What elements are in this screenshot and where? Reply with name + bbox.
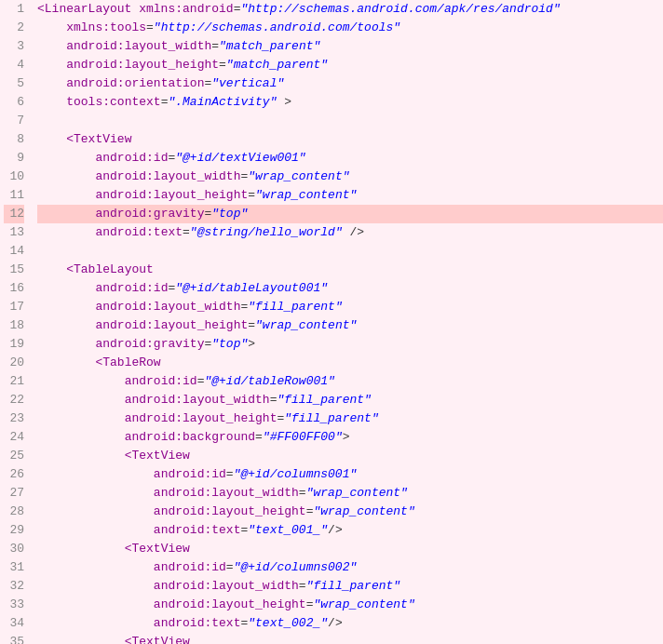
code-line-25: <TextView: [37, 447, 663, 465]
code-line-24: android:background="#FF00FF00">: [37, 428, 663, 447]
code-line-5: android:orientation="vertical": [37, 74, 663, 93]
line-number-30: 30: [4, 540, 24, 558]
code-line-20: <TableRow: [37, 354, 663, 372]
line-number-33: 33: [4, 596, 24, 614]
code-line-33: android:layout_height="wrap_content": [37, 596, 663, 614]
code-line-11: android:layout_height="wrap_content": [37, 186, 663, 205]
line-number-27: 27: [4, 484, 24, 503]
code-line-30: <TextView: [37, 540, 663, 558]
code-line-9: android:id="@+id/textView001": [37, 149, 663, 168]
editor-container: 1234567891011121314151617181920212223242…: [0, 0, 663, 644]
line-number-2: 2: [4, 19, 24, 37]
code-line-16: android:id="@+id/tableLayout001": [37, 279, 663, 298]
line-number-11: 11: [4, 186, 24, 205]
line-number-22: 22: [4, 391, 24, 409]
code-line-19: android:gravity="top">: [37, 335, 663, 354]
line-number-35: 35: [4, 633, 24, 644]
code-line-28: android:layout_height="wrap_content": [37, 503, 663, 521]
line-number-34: 34: [4, 614, 24, 633]
line-number-24: 24: [4, 428, 24, 447]
code-line-17: android:layout_width="fill_parent": [37, 298, 663, 316]
line-number-20: 20: [4, 354, 24, 372]
code-line-34: android:text="text_002_"/>: [37, 614, 663, 633]
line-number-17: 17: [4, 298, 24, 316]
line-number-13: 13: [4, 223, 24, 242]
line-number-7: 7: [4, 112, 24, 130]
code-line-29: android:text="text_001_"/>: [37, 521, 663, 540]
code-line-26: android:id="@+id/columns001": [37, 465, 663, 484]
code-line-35: <TextView: [37, 633, 663, 644]
line-number-26: 26: [4, 465, 24, 484]
code-line-31: android:id="@+id/columns002": [37, 558, 663, 577]
code-line-14: [37, 242, 663, 261]
line-number-29: 29: [4, 521, 24, 540]
code-line-12: android:gravity="top": [37, 205, 663, 223]
code-line-4: android:layout_height="match_parent": [37, 56, 663, 74]
code-line-2: xmlns:tools="http://schemas.android.com/…: [37, 19, 663, 37]
code-line-23: android:layout_height="fill_parent": [37, 409, 663, 428]
code-line-27: android:layout_width="wrap_content": [37, 484, 663, 503]
line-number-25: 25: [4, 447, 24, 465]
line-number-12: 12: [4, 205, 24, 223]
line-number-8: 8: [4, 130, 24, 149]
code-line-1: <LinearLayout xmlns:android="http://sche…: [37, 0, 663, 19]
code-line-15: <TableLayout: [37, 261, 663, 279]
line-number-10: 10: [4, 168, 24, 186]
line-number-32: 32: [4, 577, 24, 596]
code-line-3: android:layout_width="match_parent": [37, 37, 663, 56]
code-line-22: android:layout_width="fill_parent": [37, 391, 663, 409]
line-number-23: 23: [4, 409, 24, 428]
line-number-9: 9: [4, 149, 24, 168]
code-line-13: android:text="@string/hello_world" />: [37, 223, 663, 242]
code-line-6: tools:context=".MainActivity" >: [37, 93, 663, 112]
code-line-32: android:layout_width="fill_parent": [37, 577, 663, 596]
line-number-4: 4: [4, 56, 24, 74]
line-number-6: 6: [4, 93, 24, 112]
code-line-21: android:id="@+id/tableRow001": [37, 372, 663, 391]
line-number-28: 28: [4, 503, 24, 521]
code-line-18: android:layout_height="wrap_content": [37, 316, 663, 335]
code-line-10: android:layout_width="wrap_content": [37, 168, 663, 186]
line-number-31: 31: [4, 558, 24, 577]
line-number-3: 3: [4, 37, 24, 56]
code-line-7: [37, 112, 663, 130]
line-number-16: 16: [4, 279, 24, 298]
code-area[interactable]: <LinearLayout xmlns:android="http://sche…: [30, 0, 663, 644]
line-number-15: 15: [4, 261, 24, 279]
line-number-21: 21: [4, 372, 24, 391]
line-number-18: 18: [4, 316, 24, 335]
code-line-8: <TextView: [37, 130, 663, 149]
line-number-14: 14: [4, 242, 24, 261]
line-number-19: 19: [4, 335, 24, 354]
line-number-5: 5: [4, 74, 24, 93]
line-numbers: 1234567891011121314151617181920212223242…: [0, 0, 30, 644]
line-number-1: 1: [4, 0, 24, 19]
